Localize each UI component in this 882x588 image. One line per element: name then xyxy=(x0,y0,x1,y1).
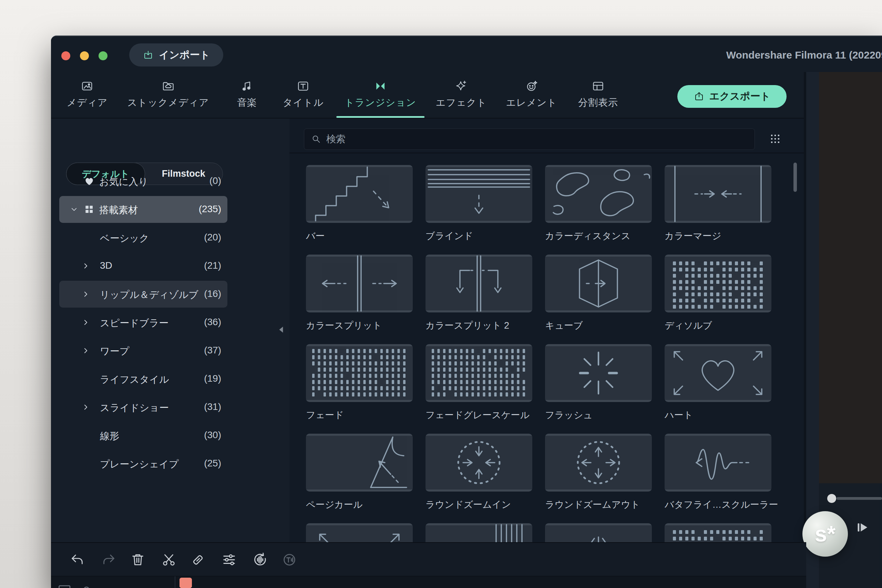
transition-tile-5[interactable] xyxy=(306,255,413,312)
adjust-button[interactable] xyxy=(221,552,237,568)
split-button[interactable] xyxy=(161,552,177,568)
nav-tab-label: 音楽 xyxy=(237,96,257,109)
text-to-speech-button[interactable] xyxy=(282,552,297,568)
export-icon xyxy=(693,91,705,102)
dissolve-partial-icon xyxy=(664,523,771,542)
nav-tab-3[interactable]: 音楽 xyxy=(237,72,257,118)
round-zoom-out-icon xyxy=(545,434,652,492)
sidebar-item-3[interactable]: ベーシック(20) xyxy=(51,224,290,252)
sidebar-item-8[interactable]: ライフスタイル(19) xyxy=(51,365,290,393)
search-input[interactable]: 検索 xyxy=(304,129,755,150)
transition-tile-label: ディソルブ xyxy=(664,320,771,332)
delete-button[interactable] xyxy=(130,552,146,568)
step-forward-icon xyxy=(855,521,869,534)
transition-tile-1[interactable] xyxy=(306,165,413,223)
sidebar-item-4[interactable]: 3D(21) xyxy=(51,252,290,280)
chevron-right-button[interactable] xyxy=(81,289,91,299)
sidebar-item-2[interactable]: 搭載素材(235) xyxy=(51,195,290,224)
sidebar: デフォルト Filmstock お気に入り(0)搭載素材(235)ベーシック(2… xyxy=(51,118,290,542)
transition-tile-3[interactable] xyxy=(545,165,652,223)
transition-tile-16[interactable] xyxy=(664,434,771,492)
transition-tile-label: ページカール xyxy=(306,498,413,511)
speech-to-text-button[interactable] xyxy=(252,552,268,568)
transition-tile-13[interactable] xyxy=(306,434,413,492)
fade-icon xyxy=(306,344,413,402)
close-window-button[interactable] xyxy=(62,51,70,60)
nav-tab-label: メディア xyxy=(67,96,108,109)
nav-tab-5[interactable]: トランジション xyxy=(345,72,416,118)
cube-icon xyxy=(545,255,652,312)
grid-cell: カラースプリット xyxy=(306,255,413,344)
nav-tab-7[interactable]: エレメント xyxy=(506,72,557,118)
transition-tile-15[interactable] xyxy=(545,434,652,492)
redo-icon xyxy=(100,552,117,568)
grid-cell: バー xyxy=(306,165,413,255)
preview-panel: s* xyxy=(804,72,880,588)
chevron-down-button[interactable] xyxy=(69,204,79,214)
scrollbar-thumb[interactable] xyxy=(794,163,797,192)
transition-tile-6[interactable] xyxy=(426,255,532,312)
sidebar-collapse-handle[interactable] xyxy=(277,324,286,335)
transition-tile-11[interactable] xyxy=(545,344,652,402)
sidebar-item-count: (0) xyxy=(210,176,221,186)
transition-tile-label: ラウンドズームイン xyxy=(426,498,532,511)
color-split-2-icon xyxy=(426,255,532,312)
transition-tile-9[interactable] xyxy=(306,344,413,402)
stock-media-icon xyxy=(162,80,175,93)
playhead-marker[interactable] xyxy=(180,578,192,588)
chevron-right-button[interactable] xyxy=(81,402,91,412)
step-forward-button[interactable] xyxy=(855,521,869,534)
heart-icon xyxy=(84,176,95,187)
nav-tab-2[interactable]: ストックメディア xyxy=(127,72,209,118)
transition-tile-17[interactable] xyxy=(306,523,413,542)
sidebar-item-6[interactable]: スピードブラー(36) xyxy=(51,308,290,336)
grid-view-button[interactable] xyxy=(770,133,781,145)
transition-tile-7[interactable] xyxy=(545,255,652,312)
scrubber-track[interactable] xyxy=(837,497,882,500)
divider xyxy=(290,153,804,153)
sidebar-item-9[interactable]: スライドショー(31) xyxy=(51,393,290,421)
transition-tile-10[interactable] xyxy=(426,344,532,402)
grid-cell: カラーディスタンス xyxy=(545,165,652,255)
minimize-window-button[interactable] xyxy=(80,51,89,60)
undo-button[interactable] xyxy=(70,552,86,568)
sidebar-item-10[interactable]: 線形(30) xyxy=(51,421,290,450)
media-icon xyxy=(81,80,94,93)
transition-tile-label: カラーディスタンス xyxy=(545,230,652,242)
nav-tab-8[interactable]: 分割表示 xyxy=(578,72,618,118)
transition-tile-8[interactable] xyxy=(664,255,771,312)
nav-tab-6[interactable]: エフェクト xyxy=(436,72,487,118)
transition-tile-12[interactable] xyxy=(664,344,771,402)
transition-tile-19[interactable] xyxy=(545,523,652,542)
nav-tab-4[interactable]: タイトル xyxy=(283,72,324,118)
transition-tile-18[interactable] xyxy=(426,523,532,542)
razor-button[interactable] xyxy=(190,552,206,568)
import-button[interactable]: インポート xyxy=(129,44,223,66)
chevron-right-button[interactable] xyxy=(81,317,91,328)
sidebar-item-7[interactable]: ワープ(37) xyxy=(51,336,290,365)
nav-tab-1[interactable]: メディア xyxy=(67,72,108,118)
sidebar-item-11[interactable]: プレーンシェイプ(25) xyxy=(51,450,290,478)
redo-button[interactable] xyxy=(100,552,117,568)
transition-tile-2[interactable] xyxy=(426,165,532,223)
transition-tile-4[interactable] xyxy=(664,165,771,223)
fullscreen-window-button[interactable] xyxy=(99,51,108,60)
scrubber-handle[interactable] xyxy=(827,494,836,503)
export-button[interactable]: エクスポート xyxy=(677,85,787,108)
chevron-right-button[interactable] xyxy=(81,345,91,356)
transition-tile-14[interactable] xyxy=(426,434,532,492)
grid-cell: カラースプリット 2 xyxy=(426,255,532,344)
grid-cell: ブラインド xyxy=(426,165,532,255)
chevron-right-button[interactable] xyxy=(81,261,91,271)
watermark-badge[interactable]: s* xyxy=(802,511,848,556)
effect-icon xyxy=(455,80,468,93)
transition-tile-label: フラッシュ xyxy=(545,409,652,421)
sidebar-item-count: (19) xyxy=(204,373,221,384)
sidebar-item-1[interactable]: お気に入り(0) xyxy=(51,167,290,195)
sidebar-item-label: 線形 xyxy=(100,429,119,442)
transition-tile-20[interactable] xyxy=(664,523,771,542)
expand-arrows-icon xyxy=(306,523,413,542)
sidebar-item-5[interactable]: リップル＆ディゾルブ(16) xyxy=(51,280,290,308)
flash-partial-icon xyxy=(545,523,652,542)
text-voice-circle-icon xyxy=(282,552,297,568)
